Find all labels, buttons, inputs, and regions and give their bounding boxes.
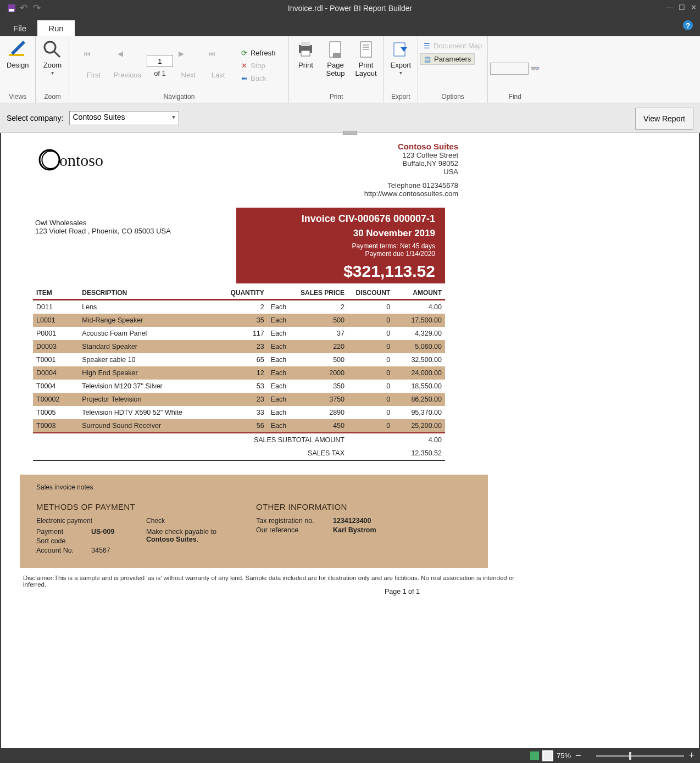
export-icon [391, 40, 410, 59]
find-input[interactable] [490, 63, 529, 75]
table-row: D0003Standard Speaker23Each22005,060.00 [33, 340, 445, 353]
print-layout-button[interactable]: Print Layout [351, 37, 381, 80]
table-row: D011Lens2Each204.00 [33, 300, 445, 314]
previous-icon: ◀ [118, 49, 137, 69]
document-map-icon: ☰ [424, 42, 430, 50]
refresh-button[interactable]: ⟳Refresh [238, 48, 279, 58]
parameter-bar: Select company: Contoso Suites View Repo… [0, 103, 700, 133]
export-button[interactable]: Export▾ [386, 37, 416, 78]
zoom-out-button[interactable]: − [575, 750, 581, 761]
invoice-number: Invoice CIV-000676 000007-1 [246, 213, 435, 225]
back-button[interactable]: ⬅Back [238, 73, 279, 83]
design-icon [8, 40, 27, 59]
title-bar: ↶ ↷ Invoice.rdl - Power BI Report Builde… [0, 0, 700, 16]
view-report-button[interactable]: View Report [635, 108, 693, 130]
zoom-slider[interactable] [596, 755, 684, 757]
customer-block: Owl Wholesales 123 Violet Road , Phoenix… [35, 219, 171, 235]
minimize-button[interactable]: — [666, 3, 673, 12]
table-row: P0001Acoustic Foam Panel117Each3704,329.… [33, 327, 445, 340]
group-label-export: Export [391, 92, 410, 103]
parameters-button[interactable]: ▤Parameters [420, 53, 475, 65]
company-logo: ontoso [38, 146, 132, 175]
first-icon: ⏮ [84, 49, 103, 69]
group-label-views: Views [9, 92, 26, 103]
document-map-button[interactable]: ☰Document Map [420, 41, 485, 51]
invoice-notes-box: Sales invoice notes METHODS OF PAYMENT E… [20, 475, 488, 568]
svg-rect-12 [333, 53, 341, 58]
invoice-lines-table: ITEM DESCRIPTION QUANTITY SALES PRICE DI… [33, 287, 445, 461]
company-name: Contoso Suites [293, 142, 458, 151]
svg-text:ontoso: ontoso [59, 151, 103, 169]
group-print: Print Page Setup Print Layout Print [289, 36, 384, 103]
table-row: T0003Surround Sound Receiver56Each450025… [33, 419, 445, 433]
invoice-date: 30 November 2019 [246, 228, 435, 239]
previous-page-button[interactable]: ◀Previous [109, 47, 146, 82]
close-button[interactable]: ✕ [691, 3, 697, 12]
refresh-icon: ⟳ [241, 49, 247, 57]
table-row: L0001Mid-Range Speaker35Each500017,500.0… [33, 314, 445, 327]
svg-rect-4 [9, 54, 24, 56]
page-of-label: Page 1 of 1 [385, 588, 420, 595]
design-button[interactable]: Design [2, 37, 33, 72]
report-viewer: ontoso Contoso Suites 123 Coffee Street … [0, 133, 700, 748]
svg-rect-10 [301, 51, 310, 56]
svg-text:?: ? [686, 21, 690, 30]
svg-point-6 [45, 42, 55, 53]
page-setup-icon [325, 40, 345, 59]
group-find: 👓 Find [488, 36, 542, 103]
print-layout-icon [356, 40, 376, 59]
printer-icon [296, 40, 315, 59]
magnifier-icon [42, 40, 62, 59]
page-setup-button[interactable]: Page Setup [321, 37, 349, 80]
group-options: ☰Document Map ▤Parameters Options [418, 36, 488, 103]
tab-file[interactable]: File [2, 20, 37, 36]
table-row: T0001Speaker cable 1065Each500032,500.00 [33, 353, 445, 366]
stop-icon: ✕ [241, 62, 247, 70]
view-mode-normal-icon[interactable] [530, 751, 539, 760]
svg-marker-5 [11, 41, 25, 55]
disclaimer-text: Disclaimer:This is a sample and is provi… [23, 575, 518, 588]
app-title: Invoice.rdl - Power BI Report Builder [0, 4, 700, 13]
group-navigation: ⏮First ◀Previous of 1 ▶Next ⏭Last ⟳Refre… [69, 36, 289, 103]
last-icon: ⏭ [208, 49, 228, 69]
table-row: T0004Television M120 37'' Silver53Each35… [33, 380, 445, 393]
status-bar: 75% − + [0, 748, 700, 763]
first-page-button[interactable]: ⏮First [79, 47, 108, 82]
group-zoom: Zoom ▾ Zoom [36, 36, 69, 103]
page-number-input[interactable] [147, 55, 173, 67]
next-page-button[interactable]: ▶Next [174, 47, 203, 82]
invoice-total: $321,113.52 [246, 262, 435, 281]
print-button[interactable]: Print [291, 37, 320, 72]
svg-rect-9 [301, 42, 310, 46]
zoom-in-button[interactable]: + [688, 750, 695, 761]
group-export: Export▾ Export [384, 36, 419, 103]
last-page-button[interactable]: ⏭Last [204, 47, 232, 82]
splitter-handle[interactable] [343, 131, 357, 135]
table-row: D0004High End Speaker12Each2000024,000.0… [33, 366, 445, 380]
group-label-zoom: Zoom [44, 92, 61, 103]
binoculars-icon[interactable]: 👓 [531, 64, 540, 73]
svg-line-7 [54, 52, 60, 57]
chevron-down-icon: ▾ [51, 70, 54, 76]
group-views: Design Views [0, 36, 36, 103]
maximize-button[interactable]: ☐ [679, 3, 685, 12]
group-label-options: Options [441, 92, 464, 103]
chevron-down-icon: ▾ [399, 70, 402, 76]
company-select[interactable]: Contoso Suites [69, 111, 179, 125]
view-mode-layout-icon[interactable] [543, 751, 552, 760]
ribbon: Design Views Zoom ▾ Zoom ⏮First ◀Previou… [0, 36, 700, 103]
company-info: Contoso Suites 123 Coffee Street Buffalo… [293, 142, 458, 198]
company-url: http://www.contososuites.com [293, 190, 458, 198]
page-total-label: of 1 [154, 69, 166, 77]
table-row: T0005Television HDTV X590 52'' White33Ea… [33, 406, 445, 419]
ribbon-tabs: File Run ? [0, 16, 700, 36]
tab-run[interactable]: Run [37, 20, 75, 36]
zoom-button[interactable]: Zoom ▾ [38, 37, 66, 78]
group-label-print: Print [330, 92, 343, 103]
zoom-level-label: 75% [557, 751, 571, 760]
group-label-find: Find [509, 92, 521, 103]
stop-button[interactable]: ✕Stop [238, 60, 279, 71]
help-icon[interactable]: ? [682, 20, 693, 34]
param-label: Select company: [7, 114, 64, 122]
parameters-icon: ▤ [424, 55, 431, 63]
